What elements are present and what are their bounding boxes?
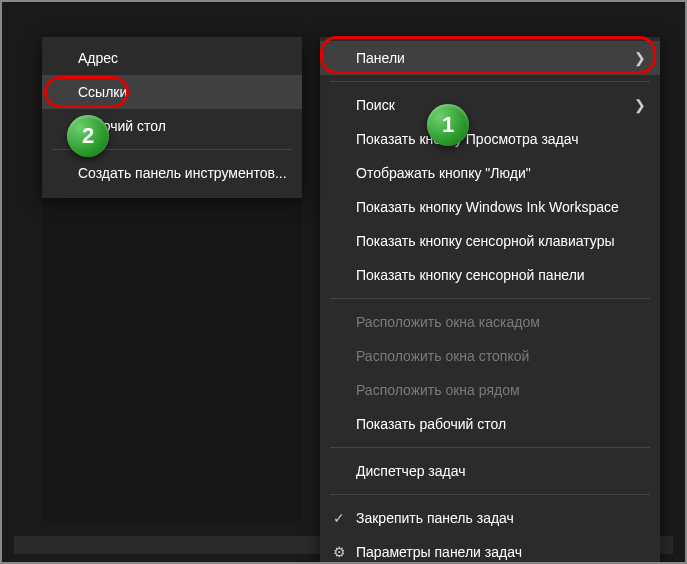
badge-number: 1: [442, 112, 454, 138]
separator: [330, 298, 650, 299]
menu-item-ink[interactable]: Показать кнопку Windows Ink Workspace: [320, 190, 660, 224]
menu-item-label: Поиск: [356, 97, 395, 113]
menu-item-touchpad[interactable]: Показать кнопку сенсорной панели: [320, 258, 660, 292]
menu-item-label: Расположить окна рядом: [356, 382, 520, 398]
menu-item-label: Показать кнопку сенсорной панели: [356, 267, 585, 283]
check-icon: ✓: [330, 510, 348, 526]
menu-item-label: Отображать кнопку "Люди": [356, 165, 531, 181]
taskbar-context-menu: Панели ❯ Поиск ❯ Показать кнопку Просмот…: [320, 37, 660, 564]
submenu-item-label: Создать панель инструментов...: [78, 165, 287, 181]
menu-item-label: Панели: [356, 50, 405, 66]
separator: [330, 447, 650, 448]
badge-number: 2: [82, 123, 94, 149]
submenu-item-label: Ссылки: [78, 84, 127, 100]
menu-item-stacked: Расположить окна стопкой: [320, 339, 660, 373]
menu-item-taskbar-settings[interactable]: ⚙ Параметры панели задач: [320, 535, 660, 564]
submenu-item-links[interactable]: Ссылки: [42, 75, 302, 109]
menu-item-label: Расположить окна стопкой: [356, 348, 529, 364]
submenu-item-new-toolbar[interactable]: Создать панель инструментов...: [42, 156, 302, 190]
menu-item-search[interactable]: Поиск ❯: [320, 88, 660, 122]
gear-icon: ⚙: [330, 544, 348, 560]
separator: [330, 494, 650, 495]
menu-item-label: Закрепить панель задач: [356, 510, 514, 526]
menu-item-label: Показать кнопку Windows Ink Workspace: [356, 199, 619, 215]
submenu-item-label: Адрес: [78, 50, 118, 66]
menu-item-label: Показать рабочий стол: [356, 416, 506, 432]
menu-item-show-desktop[interactable]: Показать рабочий стол: [320, 407, 660, 441]
menu-item-label: Диспетчер задач: [356, 463, 466, 479]
menu-item-label: Расположить окна каскадом: [356, 314, 540, 330]
menu-item-label: Показать кнопку Просмотра задач: [356, 131, 579, 147]
desktop-background: [42, 182, 302, 522]
submenu-item-address[interactable]: Адрес: [42, 41, 302, 75]
menu-item-taskview[interactable]: Показать кнопку Просмотра задач: [320, 122, 660, 156]
menu-item-task-manager[interactable]: Диспетчер задач: [320, 454, 660, 488]
annotation-badge-2: 2: [67, 115, 109, 157]
annotation-badge-1: 1: [427, 104, 469, 146]
menu-item-label: Параметры панели задач: [356, 544, 522, 560]
menu-item-cascade: Расположить окна каскадом: [320, 305, 660, 339]
menu-item-touch-keyboard[interactable]: Показать кнопку сенсорной клавиатуры: [320, 224, 660, 258]
menu-item-toolbars[interactable]: Панели ❯: [320, 41, 660, 75]
chevron-right-icon: ❯: [634, 97, 646, 113]
menu-item-sidebyside: Расположить окна рядом: [320, 373, 660, 407]
menu-item-label: Показать кнопку сенсорной клавиатуры: [356, 233, 615, 249]
menu-item-lock-taskbar[interactable]: ✓ Закрепить панель задач: [320, 501, 660, 535]
chevron-right-icon: ❯: [634, 50, 646, 66]
menu-item-people[interactable]: Отображать кнопку "Люди": [320, 156, 660, 190]
separator: [330, 81, 650, 82]
